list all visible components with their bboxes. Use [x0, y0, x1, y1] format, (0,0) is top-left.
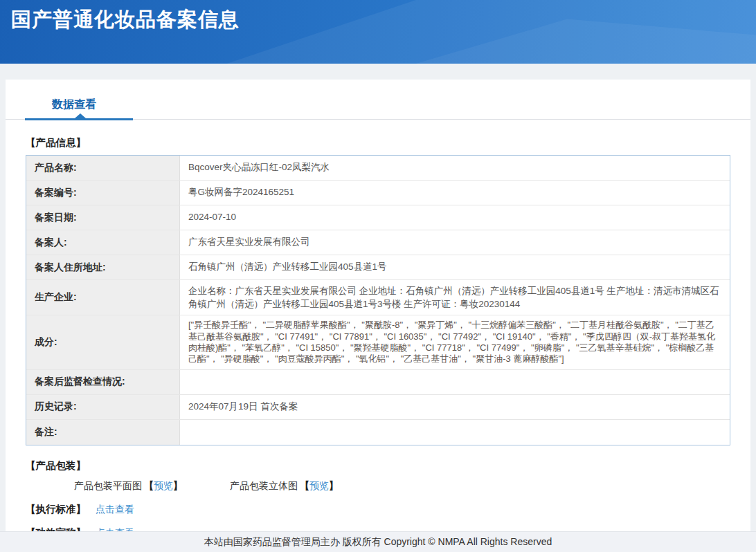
product-info-table: 产品名称: Bqcover夹心晶冻口红-02凤梨汽水 备案编号: 粤G妆网备字2… [26, 155, 730, 445]
page-header: 国产普通化妆品备案信息 [0, 0, 756, 64]
row-value: 2024年07月19日 首次备案 [180, 396, 730, 418]
row-label: 历史记录: [26, 395, 180, 419]
table-row-record-date: 备案日期: 2024-07-10 [26, 205, 730, 230]
product-info-section-title: 【产品信息】 [26, 136, 730, 149]
main-area: 数据查看 【产品信息】 产品名称: Bqcover夹心晶冻口红-02凤梨汽水 备… [0, 64, 756, 531]
bracket-close: 】 [329, 480, 339, 491]
row-label: 生产企业: [26, 280, 180, 315]
row-label: 成分: [26, 315, 180, 369]
tab-active-underline [25, 118, 133, 120]
row-label: 备案日期: [26, 205, 180, 230]
table-row-supervision: 备案后监督检查情况: [26, 370, 730, 395]
row-value: 粤G妆网备字2024165251 [180, 182, 730, 203]
packaging-stereo-label: 产品包装立体图 [230, 480, 298, 491]
row-value: 企业名称：广东省天星实业发展有限公司 企业地址：石角镇广州（清远）产业转移工业园… [180, 280, 730, 315]
bracket-open: 【 [300, 480, 309, 491]
table-row-product-name: 产品名称: Bqcover夹心晶冻口红-02凤梨汽水 [26, 156, 730, 181]
bracket-close: 】 [173, 480, 183, 491]
packaging-stereo-preview-link[interactable]: 预览 [309, 480, 329, 491]
row-value: Bqcover夹心晶冻口红-02凤梨汽水 [180, 157, 730, 178]
packaging-flat-label: 产品包装平面图 [74, 480, 142, 491]
tab-active-caret-icon [75, 113, 86, 118]
tab-data-view[interactable]: 数据查看 [52, 98, 96, 112]
page-title: 国产普通化妆品备案信息 [0, 0, 756, 34]
table-row-history: 历史记录: 2024年07月19日 首次备案 [26, 395, 730, 420]
execution-standard-label: 【执行标准】 [26, 504, 86, 515]
row-value: ["异壬酸异壬酯"， "二异硬脂醇苹果酸酯"， "聚酰胺-8"， "聚异丁烯"，… [180, 315, 730, 369]
row-label: 备案后监督检查情况: [26, 370, 180, 394]
execution-standard-line: 【执行标准】 点击查看 [26, 503, 730, 516]
row-value [180, 428, 730, 436]
table-row-remarks: 备注: [26, 420, 730, 445]
row-label: 产品名称: [26, 156, 180, 180]
tab-bar: 数据查看 [6, 98, 750, 120]
table-row-record-number: 备案编号: 粤G妆网备字2024165251 [26, 181, 730, 205]
table-row-ingredients: 成分: ["异壬酸异壬酯"， "二异硬脂醇苹果酸酯"， "聚酰胺-8"， "聚异… [26, 315, 730, 370]
content-card: 数据查看 【产品信息】 产品名称: Bqcover夹心晶冻口红-02凤梨汽水 备… [6, 80, 750, 531]
row-label: 备案人住所地址: [26, 255, 180, 279]
bottom-sections: 【产品包装】 产品包装平面图【预览】 产品包装立体图【预览】 【执行标准】 点击… [26, 459, 730, 540]
packaging-preview-line: 产品包装平面图【预览】 产品包装立体图【预览】 [74, 480, 730, 493]
table-row-registrant-address: 备案人住所地址: 石角镇广州（清远）产业转移工业园405县道1号 [26, 255, 730, 280]
packaging-flat-preview-link[interactable]: 预览 [154, 480, 173, 491]
row-value: 石角镇广州（清远）产业转移工业园405县道1号 [180, 257, 730, 278]
row-label: 备案编号: [26, 181, 180, 205]
row-label: 备注: [26, 420, 180, 445]
row-value: 广东省天星实业发展有限公司 [180, 232, 730, 253]
bracket-open: 【 [144, 480, 154, 491]
page-footer: 本站由国家药品监督管理局主办 版权所有 Copyright © NMPA All… [0, 531, 756, 552]
table-row-producer: 生产企业: 企业名称：广东省天星实业发展有限公司 企业地址：石角镇广州（清远）产… [26, 280, 730, 315]
copyright-text: 本站由国家药品监督管理局主办 版权所有 Copyright © NMPA All… [204, 536, 552, 547]
packaging-flat-item: 产品包装平面图【预览】 [74, 480, 183, 491]
table-row-registrant: 备案人: 广东省天星实业发展有限公司 [26, 230, 730, 255]
row-label: 备案人: [26, 230, 180, 255]
row-value [180, 378, 730, 386]
execution-standard-view-link[interactable]: 点击查看 [96, 504, 134, 515]
row-value: 2024-07-10 [180, 207, 730, 228]
packaging-section-title: 【产品包装】 [26, 459, 730, 472]
packaging-stereo-item: 产品包装立体图【预览】 [230, 480, 339, 491]
